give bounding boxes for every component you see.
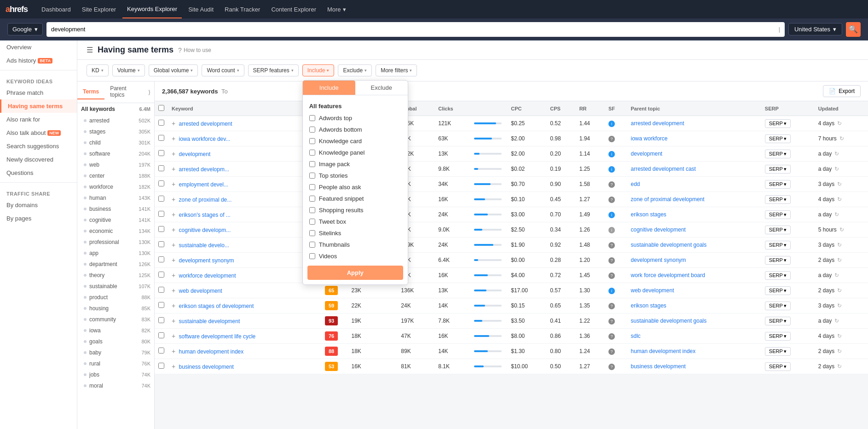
row-checkbox[interactable]	[158, 150, 164, 156]
sidebar-item-by-domains[interactable]: By domains	[0, 198, 77, 212]
sf-icon-question[interactable]: ?	[608, 272, 615, 279]
refresh-icon[interactable]: ↻	[837, 363, 842, 370]
kl-item[interactable]: arrested502K	[77, 115, 154, 126]
nav-rank-tracker[interactable]: Rank Tracker	[220, 0, 265, 18]
sidebar-item-ads-history[interactable]: Ads history BETA	[0, 54, 77, 67]
th-cpc[interactable]: CPC	[507, 101, 546, 116]
kl-item[interactable]: professional130K	[77, 237, 154, 248]
parent-topic-link[interactable]: business development	[631, 363, 685, 370]
row-checkbox[interactable]	[158, 165, 164, 171]
refresh-icon[interactable]: ↻	[839, 135, 844, 142]
keyword-link[interactable]: zone of proximal de...	[179, 197, 232, 203]
export-button[interactable]: 📄 Export	[823, 85, 861, 97]
serp-button[interactable]: SERP ▾	[765, 180, 791, 189]
refresh-icon[interactable]: ↻	[837, 120, 842, 127]
row-checkbox[interactable]	[158, 196, 164, 202]
checkbox-adwords-top[interactable]	[309, 115, 315, 121]
serp-button[interactable]: SERP ▾	[765, 150, 791, 158]
country-select[interactable]: United States ▾	[788, 23, 842, 35]
sf-icon-blue[interactable]: i	[608, 121, 615, 127]
checkbox-knowledge-card[interactable]	[309, 138, 315, 144]
more-filters-button[interactable]: More filters ▾	[376, 64, 417, 76]
exclude-filter-button[interactable]: Exclude ▾	[338, 64, 372, 76]
keyword-link[interactable]: cognitive developm...	[179, 227, 231, 233]
sidebar-item-by-pages[interactable]: By pages	[0, 212, 77, 225]
kl-item[interactable]: economic134K	[77, 226, 154, 237]
feature-adwords-top[interactable]: Adwords top	[307, 112, 403, 124]
serp-button[interactable]: SERP ▾	[765, 347, 791, 356]
keyword-link[interactable]: web development	[179, 288, 222, 294]
parent-topic-link[interactable]: cognitive development	[631, 226, 685, 233]
serp-button[interactable]: SERP ▾	[765, 165, 791, 174]
checkbox-sitelinks[interactable]	[309, 230, 315, 236]
global-volume-filter-button[interactable]: Global volume ▾	[149, 64, 198, 76]
serp-button[interactable]: SERP ▾	[765, 134, 791, 143]
kl-item[interactable]: moral74K	[77, 380, 154, 391]
keyword-link[interactable]: workforce development	[179, 272, 236, 279]
feature-knowledge-card[interactable]: Knowledge card	[307, 135, 403, 147]
add-keyword-button[interactable]: +	[172, 211, 175, 218]
th-sf[interactable]: SF	[605, 101, 627, 116]
kl-tab-terms[interactable]: Terms	[77, 85, 104, 99]
row-checkbox[interactable]	[158, 241, 164, 247]
kl-item[interactable]: human143K	[77, 192, 154, 203]
row-checkbox[interactable]	[158, 332, 164, 338]
row-checkbox[interactable]	[158, 211, 164, 217]
add-keyword-button[interactable]: +	[172, 348, 175, 355]
add-keyword-button[interactable]: +	[172, 363, 175, 370]
row-checkbox[interactable]	[158, 256, 164, 262]
kl-item[interactable]: rural76K	[77, 358, 154, 369]
include-filter-button[interactable]: Include ▾	[302, 64, 335, 76]
th-rr[interactable]: RR	[576, 101, 605, 116]
row-checkbox[interactable]	[158, 317, 164, 323]
add-keyword-button[interactable]: +	[172, 287, 175, 294]
feature-featured-snippet[interactable]: Featured snippet	[307, 193, 403, 204]
refresh-icon[interactable]: ↻	[834, 318, 839, 324]
refresh-icon[interactable]: ↻	[837, 257, 842, 263]
row-checkbox[interactable]	[158, 348, 164, 354]
kl-item[interactable]: iowa82K	[77, 325, 154, 336]
checkbox-thumbnails[interactable]	[309, 242, 315, 248]
keyword-link[interactable]: human development index	[179, 348, 244, 355]
sidebar-item-having-same-terms[interactable]: Having same terms	[0, 99, 77, 113]
search-engine-select[interactable]: Google ▾	[7, 23, 43, 35]
exclude-tab[interactable]: Exclude	[355, 81, 408, 95]
keyword-link[interactable]: development synonym	[179, 257, 234, 264]
sf-icon-blue[interactable]: i	[608, 288, 615, 294]
word-count-filter-button[interactable]: Word count ▾	[202, 64, 244, 76]
kl-item[interactable]: community83K	[77, 314, 154, 325]
kl-item[interactable]: workforce182K	[77, 181, 154, 192]
row-checkbox[interactable]	[158, 302, 164, 308]
kl-item[interactable]: business141K	[77, 203, 154, 214]
kl-collapse-button[interactable]: ⟩	[145, 85, 154, 99]
serp-button[interactable]: SERP ▾	[765, 256, 791, 265]
kl-item[interactable]: product88K	[77, 292, 154, 303]
nav-site-audit[interactable]: Site Audit	[184, 0, 218, 18]
sidebar-item-also-rank-for[interactable]: Also rank for	[0, 113, 77, 126]
sidebar-item-also-talk-about[interactable]: Also talk about NEW	[0, 126, 77, 139]
parent-topic-link[interactable]: arrested development cast	[631, 166, 695, 172]
feature-adwords-bottom[interactable]: Adwords bottom	[307, 124, 403, 135]
sf-icon-question[interactable]: ?	[608, 303, 615, 309]
parent-topic-link[interactable]: development	[631, 151, 662, 157]
keyword-link[interactable]: software development life cycle	[179, 333, 256, 340]
keyword-link[interactable]: erikson stages of development	[179, 303, 254, 309]
keyword-link[interactable]: sustainable development	[179, 318, 240, 325]
sf-icon-blue[interactable]: i	[608, 166, 615, 173]
sf-icon-question[interactable]: ?	[608, 348, 615, 355]
feature-sitelinks[interactable]: Sitelinks	[307, 227, 403, 239]
feature-tweet-box[interactable]: Tweet box	[307, 216, 403, 227]
nav-more[interactable]: More ▾	[323, 0, 351, 18]
feature-image-pack[interactable]: Image pack	[307, 158, 403, 170]
refresh-icon[interactable]: ↻	[837, 302, 842, 309]
hamburger-icon[interactable]: ☰	[87, 46, 93, 54]
serp-button[interactable]: SERP ▾	[765, 226, 791, 234]
th-keyword[interactable]: Keyword	[168, 101, 315, 116]
nav-site-explorer[interactable]: Site Explorer	[77, 0, 121, 18]
kd-filter-button[interactable]: KD ▾	[87, 64, 109, 76]
refresh-icon[interactable]: ↻	[834, 272, 839, 278]
kl-item[interactable]: department126K	[77, 259, 154, 270]
serp-button[interactable]: SERP ▾	[765, 317, 791, 325]
checkbox-top-stories[interactable]	[309, 173, 315, 179]
feature-thumbnails[interactable]: Thumbnails	[307, 239, 403, 250]
